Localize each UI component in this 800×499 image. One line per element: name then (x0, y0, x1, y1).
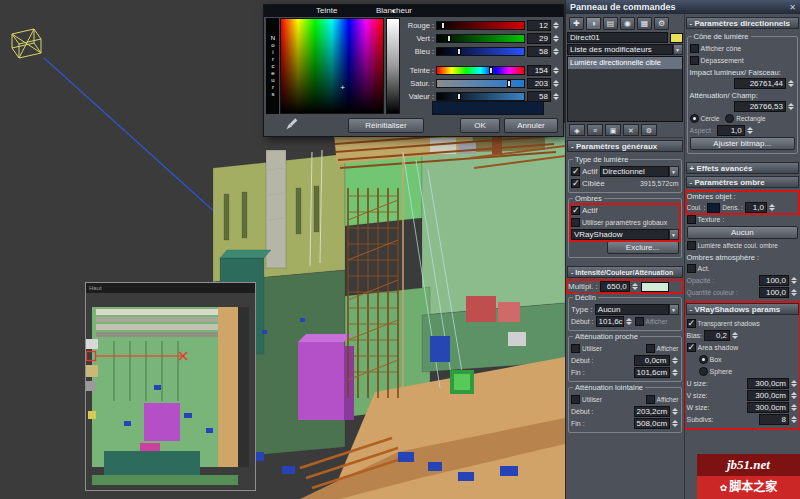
u-size-field[interactable]: 300,0cm (747, 378, 789, 389)
aspect-field[interactable]: 1,0 (717, 125, 745, 136)
close-icon[interactable]: ✕ (789, 3, 796, 12)
shadow-color-swatch[interactable] (707, 203, 720, 213)
red-spinner[interactable] (553, 22, 560, 29)
shadow-map-checkbox[interactable] (687, 215, 696, 224)
hue-value-field[interactable]: 154 (527, 65, 551, 76)
far-end-spinner[interactable] (672, 420, 679, 427)
color-amount-spinner[interactable] (791, 289, 798, 296)
pin-stack-icon[interactable]: ◈ (569, 124, 585, 136)
multiplier-field[interactable]: 650,0 (600, 281, 630, 292)
light-affects-checkbox[interactable] (687, 241, 696, 250)
reset-button[interactable]: Réinitialiser (348, 118, 424, 133)
hue-square[interactable]: + (280, 18, 384, 114)
circle-radio[interactable] (690, 114, 699, 123)
whiteness-strip[interactable] (386, 18, 400, 114)
saturation-slider[interactable] (436, 79, 525, 88)
configure-icon[interactable]: ⚙ (641, 124, 657, 136)
decay-type-dropdown[interactable]: Aucun (595, 304, 669, 315)
object-color-swatch[interactable] (670, 33, 683, 43)
tab-display-icon[interactable]: ▦ (637, 17, 652, 30)
density-field[interactable]: 1,0 (745, 202, 767, 213)
v-size-field[interactable]: 300,0cm (747, 390, 789, 401)
tab-motion-icon[interactable]: ◉ (620, 17, 635, 30)
multiplier-spinner[interactable] (632, 283, 639, 290)
subdivs-field[interactable]: 8 (759, 414, 789, 425)
u-size-spinner[interactable] (791, 380, 798, 387)
top-viewport[interactable]: Haut (85, 282, 256, 491)
eyedropper-icon[interactable] (284, 117, 298, 132)
ok-button[interactable]: OK (460, 118, 500, 133)
chevron-down-icon[interactable]: ▼ (669, 229, 679, 240)
red-value-field[interactable]: 12 (527, 20, 551, 31)
decay-start-spinner[interactable] (626, 318, 633, 325)
red-slider[interactable] (436, 21, 525, 30)
density-spinner[interactable] (769, 204, 776, 211)
opacity-spinner[interactable] (791, 277, 798, 284)
tab-utilities-icon[interactable]: ⚙ (654, 17, 669, 30)
chevron-down-icon[interactable]: ▼ (669, 304, 679, 315)
rollout-directional-header[interactable]: - Paramètres directionnels (686, 17, 800, 29)
transparent-shadows-checkbox[interactable] (687, 319, 696, 328)
modifier-list-dropdown[interactable]: Liste des modificateurs (567, 44, 673, 55)
shadows-on-checkbox[interactable] (571, 206, 580, 215)
saturation-spinner[interactable] (553, 80, 560, 87)
near-start-spinner[interactable] (672, 357, 679, 364)
light-on-checkbox[interactable] (571, 167, 580, 176)
hue-spinner[interactable] (553, 67, 560, 74)
decay-start-field[interactable]: 101,6c (596, 316, 624, 327)
panel-titlebar[interactable]: Panneau de commandes ✕ (566, 0, 800, 14)
blackness-strip[interactable]: Noirceurs (266, 18, 279, 114)
subdivs-spinner[interactable] (791, 416, 798, 423)
green-spinner[interactable] (553, 35, 560, 42)
shadow-type-dropdown[interactable]: VRayShadow (571, 229, 669, 240)
decay-show-checkbox[interactable] (635, 317, 644, 326)
far-end-field[interactable]: 508,0cm (634, 418, 670, 429)
green-value-field[interactable]: 29 (527, 33, 551, 44)
blue-slider[interactable] (436, 47, 525, 56)
falloff-spinner[interactable] (788, 103, 795, 110)
stack-item-light[interactable]: Lumière directionnelle cible (568, 57, 682, 69)
exclude-button[interactable]: Exclure... (607, 241, 679, 254)
rollout-intensity-header[interactable]: - Intensité/Couleur/Atténuation (567, 266, 683, 278)
aspect-spinner[interactable] (747, 127, 754, 134)
object-name-field[interactable]: Direct01 (567, 32, 668, 43)
shadow-map-button[interactable]: Aucun (687, 226, 799, 239)
w-size-spinner[interactable] (791, 404, 798, 411)
falloff-field[interactable]: 26766,53 (734, 101, 786, 112)
light-color-swatch[interactable] (641, 282, 669, 292)
rollout-general-header[interactable]: - Paramètres généraux (567, 140, 683, 152)
value-spinner[interactable] (553, 93, 560, 100)
hotspot-spinner[interactable] (788, 80, 795, 87)
modifier-stack[interactable]: Lumière directionnelle cible (567, 56, 683, 122)
tab-create-icon[interactable]: ✚ (569, 17, 584, 30)
v-size-spinner[interactable] (791, 392, 798, 399)
rollout-advanced-header[interactable]: + Effets avancés (686, 162, 800, 174)
atmosphere-on-checkbox[interactable] (687, 264, 696, 273)
bias-spinner[interactable] (732, 332, 739, 339)
light-type-dropdown[interactable]: Directionnel (600, 166, 669, 177)
far-show-checkbox[interactable] (646, 395, 655, 404)
box-radio[interactable] (699, 355, 708, 364)
blue-value-field[interactable]: 58 (527, 46, 551, 57)
hotspot-field[interactable]: 26761,44 (734, 78, 786, 89)
bias-field[interactable]: 0,2 (704, 330, 730, 341)
near-start-field[interactable]: 0,0cm (634, 355, 670, 366)
area-shadow-checkbox[interactable] (687, 343, 696, 352)
sphere-radio[interactable] (699, 367, 708, 376)
near-end-field[interactable]: 101,6cm (634, 367, 670, 378)
bitmap-fit-button[interactable]: Ajuster bitmap... (690, 137, 796, 150)
show-end-result-icon[interactable]: ≡ (587, 124, 603, 136)
rollout-vrayshadows-header[interactable]: - VRayShadows params (686, 303, 800, 315)
chevron-down-icon[interactable]: ▼ (669, 166, 679, 177)
far-start-spinner[interactable] (672, 408, 679, 415)
hue-slider[interactable] (436, 66, 525, 75)
saturation-value-field[interactable]: 203 (527, 78, 551, 89)
value-slider[interactable] (436, 92, 525, 101)
show-cone-checkbox[interactable] (690, 44, 699, 53)
far-start-field[interactable]: 203,2cm (634, 406, 670, 417)
rectangle-radio[interactable] (725, 114, 734, 123)
cancel-button[interactable]: Annuler (504, 118, 558, 133)
far-use-checkbox[interactable] (571, 395, 580, 404)
chevron-down-icon[interactable]: ▼ (673, 44, 683, 55)
targeted-checkbox[interactable] (571, 179, 580, 188)
